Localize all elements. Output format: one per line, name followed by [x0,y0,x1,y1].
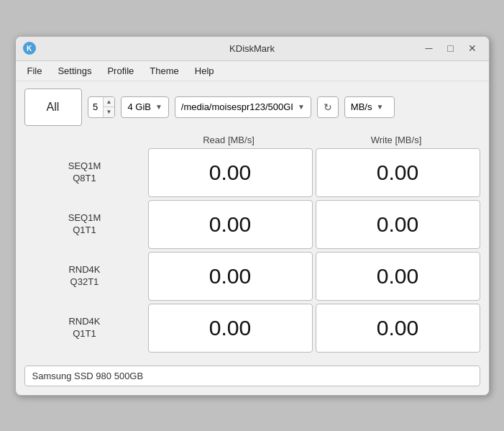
results-area: Read [MB/s] Write [MB/s] SEQ1MQ8T1 0.00 … [16,133,489,363]
restore-button[interactable]: □ [441,40,460,56]
read-cell-seq1m-q1t1: 0.00 [148,200,313,249]
table-row: SEQ1MQ1T1 0.00 0.00 [24,200,480,249]
unit-arrow-icon: ▼ [376,103,383,111]
write-header: Write [MB/s] [313,133,480,147]
app-icon: K [23,42,36,55]
results-header: Read [MB/s] Write [MB/s] [24,133,480,147]
path-select[interactable]: /media/moisespr123/500GI ▼ [175,96,311,118]
menu-theme[interactable]: Theme [142,63,185,79]
minimize-button[interactable]: ─ [420,40,439,56]
main-window: K KDiskMark ─ □ ✕ File Settings Profile … [15,36,490,396]
unit-value: MB/s [351,101,372,112]
loops-spinner[interactable]: 5 ▲ ▼ [88,96,116,118]
path-arrow-icon: ▼ [298,103,305,111]
size-arrow-icon: ▼ [155,103,162,111]
write-cell-seq1m-q8t1: 0.00 [316,148,480,197]
refresh-button[interactable]: ↻ [317,96,339,118]
window-controls: ─ □ ✕ [420,40,482,56]
row-label-seq1m-q1t1: SEQ1MQ1T1 [24,200,145,249]
loops-down-arrow[interactable]: ▼ [104,107,115,117]
all-button[interactable]: All [24,89,82,126]
size-select[interactable]: 4 GiB ▼ [121,96,168,118]
loops-up-arrow[interactable]: ▲ [104,97,115,108]
unit-select[interactable]: MB/s ▼ [344,96,395,118]
table-row: SEQ1MQ8T1 0.00 0.00 [24,148,480,197]
menu-file[interactable]: File [20,63,50,79]
row-label-seq1m-q8t1: SEQ1MQ8T1 [24,148,145,197]
toolbar: All 5 ▲ ▼ 4 GiB ▼ /media/moisespr123/500… [16,81,489,133]
menu-bar: File Settings Profile Theme Help [16,61,489,81]
write-cell-rnd4k-q1t1: 0.00 [316,304,480,353]
loops-value: 5 [88,101,103,112]
write-cell-seq1m-q1t1: 0.00 [316,200,480,249]
row-label-rnd4k-q32t1: RND4KQ32T1 [24,252,145,301]
table-row: RND4KQ32T1 0.00 0.00 [24,252,480,301]
close-button[interactable]: ✕ [463,40,482,56]
window-title: KDiskMark [16,43,489,54]
row-label-rnd4k-q1t1: RND4KQ1T1 [24,304,145,353]
status-bar: Samsung SSD 980 500GB [24,366,480,386]
read-cell-rnd4k-q32t1: 0.00 [148,252,313,301]
menu-help[interactable]: Help [188,63,221,79]
size-value: 4 GiB [127,101,151,112]
table-row: RND4KQ1T1 0.00 0.00 [24,304,480,353]
read-cell-rnd4k-q1t1: 0.00 [148,304,313,353]
title-bar: K KDiskMark ─ □ ✕ [16,37,489,61]
read-cell-seq1m-q8t1: 0.00 [148,148,313,197]
refresh-icon: ↻ [324,101,332,113]
menu-profile[interactable]: Profile [100,63,141,79]
read-header: Read [MB/s] [145,133,313,147]
path-value: /media/moisespr123/500GI [181,101,293,112]
write-cell-rnd4k-q32t1: 0.00 [316,252,480,301]
menu-settings[interactable]: Settings [50,63,98,79]
